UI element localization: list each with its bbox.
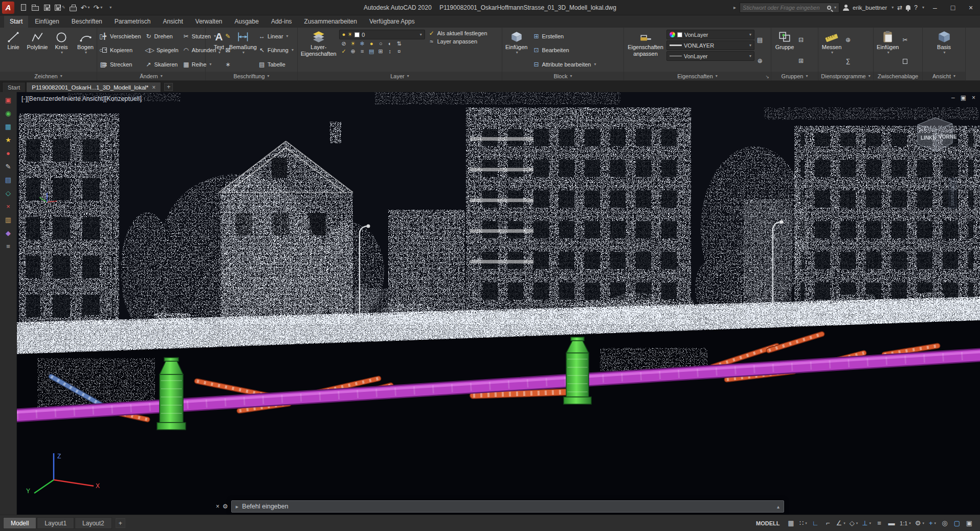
annotation-monitor-button[interactable]: +▾ <box>927 518 938 529</box>
dock-tool-button[interactable]: ◆ <box>2 227 15 239</box>
copy-clip-button[interactable] <box>903 59 907 64</box>
layer-dropdown-chevron[interactable]: ▾ <box>420 33 422 37</box>
new-layout-button[interactable]: + <box>116 518 125 528</box>
dock-tool-button[interactable]: ★ <box>2 134 15 146</box>
leader-chevron[interactable]: ▾ <box>292 48 294 52</box>
minimize-button[interactable]: – <box>928 2 942 13</box>
ribbon-tab-addins[interactable]: Add-ins <box>265 16 298 28</box>
layer-dropdown[interactable]: ● ☀ 0 ▾ <box>339 30 425 39</box>
viewcube[interactable]: LINKS VORNE <box>910 112 960 161</box>
panel-title-beschriftung[interactable]: Beschriftung▾ <box>206 72 297 80</box>
group-button[interactable]: Gruppe <box>773 29 796 72</box>
viewport[interactable]: Z Y X [-][Benutzerdefinierte Ansicht][Ko… <box>17 92 980 515</box>
viewport-restore-icon[interactable]: ▣ <box>961 94 966 101</box>
doc-tab-start[interactable]: Start <box>2 82 26 92</box>
selection-cycling-toggle[interactable]: ▬ <box>886 518 897 529</box>
ribbon-tab-verfuegbare-apps[interactable]: Verfügbare Apps <box>364 16 420 28</box>
insert-block-button[interactable]: Einfügen ▾ <box>504 29 528 72</box>
match-layer-button[interactable]: ≈Layer anpassen <box>427 38 489 45</box>
ribbon-tab-verwalten[interactable]: Verwalten <box>190 16 228 28</box>
app-store-icon[interactable]: ⇄ <box>897 5 902 11</box>
annotation-scale-chevron[interactable]: ▾ <box>909 521 911 525</box>
layer-tool-icon[interactable]: ⇅ <box>396 41 403 47</box>
object-color-chevron[interactable]: ▾ <box>749 33 751 37</box>
stretch-button[interactable]: ⇉Strecken <box>99 61 143 68</box>
app-logo[interactable]: A <box>2 2 14 14</box>
user-menu-chevron[interactable]: ▾ <box>892 6 894 10</box>
layer-tool-icon[interactable]: ≡ <box>359 49 366 54</box>
redo-button[interactable]: ↷▾ <box>92 2 103 13</box>
search-expand-icon[interactable]: ▸ <box>733 5 736 10</box>
group-edit-button[interactable]: ⊞ <box>798 58 804 64</box>
model-space-label[interactable]: MODELL <box>751 520 784 526</box>
dock-tool-button[interactable]: ✎ <box>2 160 15 172</box>
linetype-dropdown[interactable]: VonLayer ▾ <box>666 51 754 61</box>
dock-tool-button[interactable]: ▦ <box>2 120 15 132</box>
lineweight-dropdown[interactable]: VONLAYER ▾ <box>666 40 754 50</box>
eigenschaften-panel-launcher-icon[interactable]: ↘ <box>765 74 769 79</box>
arc-button[interactable]: Bogen ▾ <box>74 29 97 72</box>
layout-tab-layout2[interactable]: Layout2 <box>75 517 112 529</box>
copy-button[interactable]: Kopieren <box>99 47 143 54</box>
close-button[interactable]: × <box>964 2 978 13</box>
panel-title-zwischenablage[interactable]: Zwischenablage <box>874 72 922 80</box>
mirror-button[interactable]: ◁▷Spiegeln <box>144 47 180 54</box>
edit-attributes-button[interactable]: ⊟Attribute bearbeiten▾ <box>531 61 597 68</box>
snap-chevron[interactable]: ▾ <box>805 521 807 525</box>
new-drawing-tab-button[interactable]: + <box>164 83 173 91</box>
table-button[interactable]: ▤Tabelle <box>257 61 287 68</box>
help-icon[interactable]: ? <box>914 5 918 11</box>
viewport-close-icon[interactable]: × <box>972 94 975 101</box>
signin-user-label[interactable]: erik_buettner <box>853 5 887 11</box>
plot-button[interactable] <box>68 2 78 13</box>
layer-tool-icon[interactable]: ✓ <box>341 49 347 54</box>
panel-title-aendern[interactable]: Ändern▾ <box>97 72 205 80</box>
lineweight-toggle[interactable]: ≡ <box>874 518 885 529</box>
snap-toggle[interactable]: ∷▾ <box>797 518 809 529</box>
edit-attributes-chevron[interactable]: ▾ <box>594 62 596 67</box>
polyline-button[interactable]: Polylinie <box>26 29 49 72</box>
layer-thaw-icon[interactable]: ☀ <box>347 32 352 37</box>
command-history-icon[interactable]: ▴ <box>777 504 779 510</box>
maximize-button[interactable]: □ <box>946 2 960 13</box>
layer-tool-icon[interactable]: ◐ <box>387 41 393 47</box>
ribbon-tab-einfuegen[interactable]: Einfügen <box>29 16 64 28</box>
match-properties-button[interactable]: Eigenschaften anpassen <box>626 29 665 72</box>
viewport-canvas[interactable]: Z Y X <box>17 92 980 515</box>
notification-icon[interactable] <box>906 5 910 10</box>
layer-tool-icon[interactable]: ● <box>368 41 375 47</box>
layer-tool-icon[interactable]: ⊘ <box>341 41 347 47</box>
layer-color-swatch[interactable] <box>354 32 360 37</box>
search-input[interactable] <box>743 5 825 11</box>
polar-tracking-toggle[interactable]: ∠▾ <box>834 518 847 529</box>
search-options-chevron[interactable]: ▾ <box>834 6 836 10</box>
annotation-monitor-chevron[interactable]: ▾ <box>934 521 937 525</box>
isometric-chevron[interactable]: ▾ <box>856 521 858 525</box>
edit-block-button[interactable]: ⊡Bearbeiten <box>531 47 570 54</box>
object-snap-toggle[interactable]: ⊥▾ <box>860 518 873 529</box>
command-input[interactable]: ▸ Befehl eingeben ▴ <box>231 500 784 513</box>
layer-tool-icon[interactable]: ¤ <box>396 49 403 54</box>
grid-toggle[interactable]: ▦ <box>785 518 796 529</box>
ribbon-tab-ansicht[interactable]: Ansicht <box>157 16 188 28</box>
linetype-chevron[interactable]: ▾ <box>749 54 751 58</box>
text-button[interactable]: A Text ▾ <box>208 29 230 72</box>
command-close-icon[interactable]: × <box>216 503 219 510</box>
circle-button[interactable]: Kreis ▾ <box>50 29 73 72</box>
graphics-performance-toggle[interactable]: ▢ <box>951 518 963 529</box>
cut-button[interactable]: ✂ <box>902 37 907 43</box>
dock-tool-button[interactable]: ▣ <box>2 94 15 106</box>
panel-title-eigenschaften[interactable]: Eigenschaften▾↘ <box>624 72 771 80</box>
layer-tool-icon[interactable]: ☀ <box>350 41 357 47</box>
layer-tool-icon[interactable]: ❄ <box>359 41 366 47</box>
move-button[interactable]: ╋Verschieben <box>99 33 143 40</box>
layout-tab-layout1[interactable]: Layout1 <box>37 517 74 529</box>
paste-chevron[interactable]: ▾ <box>887 51 889 55</box>
measure-chevron[interactable]: ▾ <box>831 51 833 55</box>
dynamic-input-toggle[interactable]: ∟ <box>810 518 821 529</box>
save-as-button[interactable]: ✎ <box>54 2 66 13</box>
lineweight-chevron[interactable]: ▾ <box>749 43 751 48</box>
viewcube-left-label[interactable]: LINKS <box>921 135 936 141</box>
new-file-button[interactable] <box>18 2 29 13</box>
ribbon-tab-parametrisch[interactable]: Parametrisch <box>109 16 157 28</box>
